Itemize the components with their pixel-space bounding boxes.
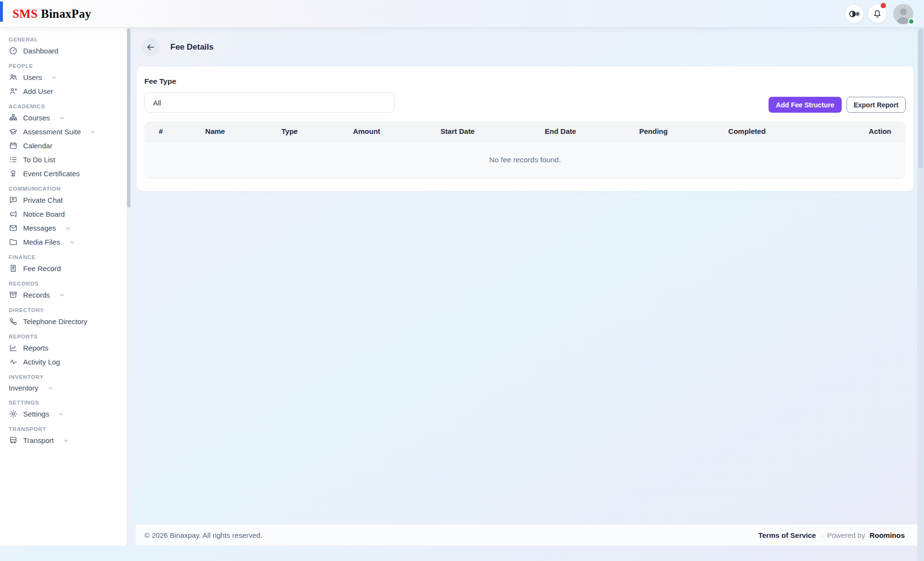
table-empty-row: No fee records found.: [144, 141, 906, 178]
brand-accent-bar: [0, 1, 3, 22]
chevron-down-icon: [90, 129, 96, 135]
column-header-end-date: End Date: [545, 121, 639, 141]
nav-section-people: PEOPLE: [9, 63, 122, 69]
action-buttons: Add Fee Structure Export Report: [769, 97, 906, 113]
sidebar-item-label: Media Files: [23, 238, 60, 246]
hierarchy-icon: [9, 113, 18, 122]
export-report-button[interactable]: Export Report: [847, 97, 906, 113]
chat-icon: [9, 196, 18, 205]
sidebar-item-records[interactable]: Records: [0, 288, 131, 302]
sidebar-item-label: Settings: [23, 410, 49, 418]
chevron-down-icon: [51, 74, 57, 81]
sidebar-item-notice-board[interactable]: Notice Board: [0, 207, 131, 221]
bell-icon: [872, 9, 883, 19]
empty-state-message: No fee records found.: [144, 141, 906, 178]
nav-section-directory: DIRECTORY: [9, 307, 122, 313]
column-header-name: Name: [205, 121, 282, 141]
sidebar-item-event-certificates[interactable]: Event Certificates: [0, 167, 131, 181]
list-icon: [9, 155, 18, 164]
sidebar-item-label: Activity Log: [23, 358, 60, 366]
sidebar-item-activity-log[interactable]: Activity Log: [0, 355, 131, 369]
sidebar-item-label: Reports: [23, 344, 49, 352]
sidebar-item-add-user[interactable]: Add User: [0, 84, 131, 98]
page-header: Fee Details: [141, 38, 924, 56]
add-fee-structure-button[interactable]: Add Fee Structure: [769, 97, 841, 113]
copyright-text: © 2026 Binaxpay. All rights reserved.: [144, 531, 262, 539]
sidebar-scrollbar[interactable]: [127, 27, 131, 546]
folder-icon: [9, 237, 18, 247]
table-header-row: #NameTypeAmountStart DateEnd DatePending…: [144, 121, 906, 141]
graduation-cap-icon: [9, 127, 18, 136]
sidebar-item-label: Assessment Suite: [23, 128, 81, 136]
topbar-actions: [845, 0, 913, 27]
sidebar-item-telephone-directory[interactable]: Telephone Directory: [0, 314, 131, 328]
arrow-left-icon: [146, 42, 155, 52]
sidebar-scrollbar-thumb[interactable]: [127, 28, 130, 208]
sidebar-item-transport[interactable]: Transport: [0, 433, 131, 447]
column-header-action: Action: [856, 121, 906, 141]
nav-section-settings: SETTINGS: [9, 400, 122, 405]
sidebar-item-messages[interactable]: Messages: [0, 221, 131, 235]
bus-icon: [9, 436, 18, 445]
dashboard-icon: [9, 46, 18, 55]
chevron-down-icon: [59, 292, 65, 299]
sidebar-item-label: Inventory: [9, 384, 38, 392]
users-icon: [9, 73, 18, 82]
sidebar-item-label: Users: [23, 73, 42, 81]
sidebar: GENERALDashboardPEOPLEUsersAdd UserACADE…: [0, 27, 131, 546]
activity-icon: [9, 357, 18, 366]
back-button[interactable]: [141, 38, 160, 56]
fee-type-selected-value: All: [153, 99, 161, 107]
terms-of-service-link[interactable]: Terms of Service: [758, 531, 816, 539]
sidebar-item-label: Add User: [23, 87, 53, 95]
chevron-down-icon: [63, 437, 69, 444]
theme-toggle-button[interactable]: [845, 5, 863, 23]
nav-section-communication: COMMUNICATION: [9, 186, 122, 192]
sidebar-item-label: Event Certificates: [23, 170, 80, 178]
chart-icon: [9, 343, 18, 352]
user-avatar[interactable]: [893, 4, 913, 24]
sidebar-item-label: Calendar: [23, 142, 52, 150]
sidebar-item-reports[interactable]: Reports: [0, 341, 131, 355]
column-header-num: #: [144, 121, 205, 141]
fee-type-select[interactable]: All: [144, 92, 395, 113]
sidebar-item-courses[interactable]: Courses: [0, 111, 131, 125]
mail-icon: [9, 223, 18, 233]
chevron-down-icon: [58, 411, 64, 417]
sidebar-item-dashboard[interactable]: Dashboard: [0, 44, 131, 58]
window-scrollbar[interactable]: [917, 27, 924, 561]
gear-icon: [9, 409, 18, 418]
sidebar-item-private-chat[interactable]: Private Chat: [0, 193, 131, 207]
sidebar-item-media-files[interactable]: Media Files: [0, 235, 131, 249]
sidebar-item-settings[interactable]: Settings: [0, 407, 131, 421]
online-status-dot: [908, 18, 914, 25]
page-title: Fee Details: [170, 42, 214, 52]
sidebar-item-assessment-suite[interactable]: Assessment Suite: [0, 125, 131, 139]
sidebar-item-label: Courses: [23, 114, 50, 122]
receipt-icon: [9, 264, 18, 273]
sidebar-item-to-do-list[interactable]: To Do List: [0, 153, 131, 167]
window-scrollbar-thumb[interactable]: [918, 29, 923, 169]
sidebar-item-label: Fee Record: [23, 264, 61, 273]
nav-section-general: GENERAL: [9, 37, 122, 42]
user-plus-icon: [9, 87, 18, 96]
footer: © 2026 Binaxpay. All rights reserved. Te…: [136, 524, 924, 546]
logo-name: BinaxPay: [41, 7, 91, 20]
sidebar-item-inventory[interactable]: Inventory: [0, 381, 131, 394]
sidebar-item-label: Private Chat: [23, 196, 63, 204]
sidebar-item-label: Records: [23, 291, 50, 299]
nav-section-academics: ACADEMICS: [9, 104, 122, 109]
sidebar-item-users[interactable]: Users: [0, 70, 131, 84]
sidebar-item-label: Dashboard: [23, 47, 58, 55]
megaphone-icon: [9, 209, 18, 219]
column-header-amount: Amount: [353, 121, 440, 141]
vendor-name: Roominos: [870, 531, 905, 539]
nav-section-records: RECORDS: [9, 281, 122, 287]
sidebar-item-calendar[interactable]: Calendar: [0, 139, 131, 153]
sidebar-item-label: Transport: [23, 436, 54, 444]
fee-table: #NameTypeAmountStart DateEnd DatePending…: [144, 121, 906, 179]
column-header-pending: Pending: [639, 121, 728, 141]
notifications-button[interactable]: [868, 5, 886, 23]
calendar-icon: [9, 141, 18, 150]
sidebar-item-fee-record[interactable]: Fee Record: [0, 261, 131, 275]
